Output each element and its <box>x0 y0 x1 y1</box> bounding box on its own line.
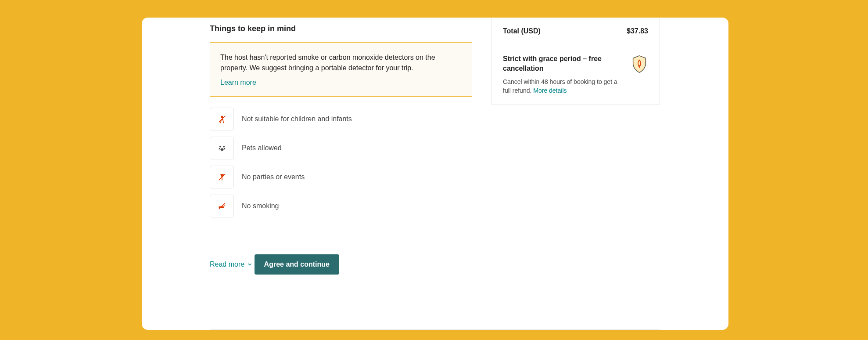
rule-label: Not suitable for children and infants <box>242 115 352 123</box>
rule-item: No parties or events <box>210 166 472 188</box>
detector-notice: The host hasn't reported smoke or carbon… <box>210 42 472 97</box>
no-children-icon <box>210 108 234 130</box>
rule-item: Pets allowed <box>210 137 472 159</box>
rule-label: Pets allowed <box>242 144 282 152</box>
booking-card: Things to keep in mind The host hasn't r… <box>142 18 728 330</box>
svg-point-6 <box>220 148 223 151</box>
svg-point-5 <box>224 148 225 149</box>
shield-icon <box>631 55 648 73</box>
rule-item: Not suitable for children and infants <box>210 108 472 130</box>
svg-point-3 <box>223 146 225 148</box>
learn-more-link[interactable]: Learn more <box>220 79 256 87</box>
read-more-link[interactable]: Read more <box>210 260 252 268</box>
chevron-down-icon <box>247 262 252 267</box>
no-smoking-icon <box>210 195 234 217</box>
total-value: $37.83 <box>627 27 648 35</box>
divider <box>210 329 660 330</box>
read-more-label: Read more <box>210 260 244 268</box>
paw-icon <box>210 137 234 159</box>
rule-item: No smoking <box>210 195 472 217</box>
policy-description: Cancel within 48 hours of booking to get… <box>503 77 624 95</box>
rule-label: No smoking <box>242 202 279 210</box>
svg-line-10 <box>219 203 225 209</box>
svg-point-11 <box>638 65 640 66</box>
policy-text: Strict with grace period – free cancella… <box>503 54 624 95</box>
house-rules-list: Not suitable for children and infants Pe… <box>210 108 472 217</box>
more-details-link[interactable]: More details <box>533 87 567 94</box>
cancellation-policy: Strict with grace period – free cancella… <box>503 45 648 95</box>
section-title: Things to keep in mind <box>210 24 472 33</box>
svg-point-0 <box>221 116 223 118</box>
agree-continue-button[interactable]: Agree and continue <box>255 254 339 275</box>
no-party-icon <box>210 166 234 188</box>
svg-point-4 <box>219 148 220 149</box>
rule-label: No parties or events <box>242 173 305 181</box>
main-content: Things to keep in mind The host hasn't r… <box>210 24 472 275</box>
svg-point-2 <box>219 146 221 148</box>
total-label: Total (USD) <box>503 27 541 35</box>
notice-text: The host hasn't reported smoke or carbon… <box>220 52 461 73</box>
price-summary-card: Total (USD) $37.83 Strict with grace per… <box>491 18 660 105</box>
policy-title: Strict with grace period – free cancella… <box>503 54 624 74</box>
total-row: Total (USD) $37.83 <box>503 27 648 45</box>
